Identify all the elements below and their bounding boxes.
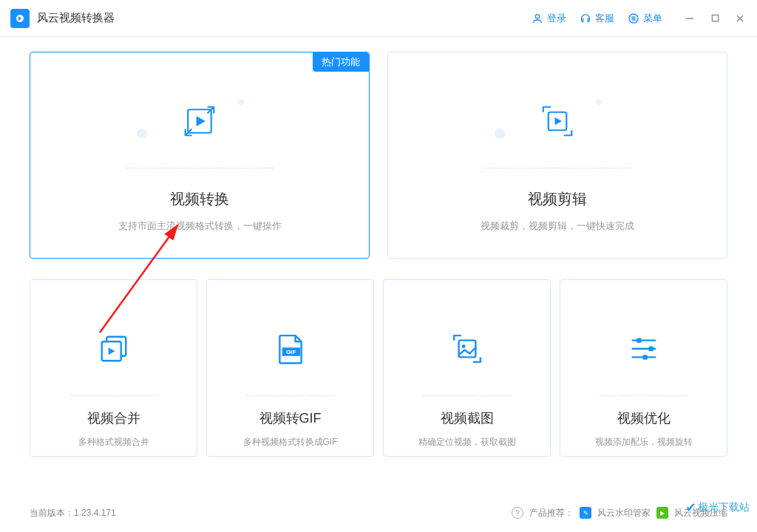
- svg-rect-25: [648, 347, 654, 352]
- recommend-link-2[interactable]: 风云视频压缩: [674, 507, 727, 519]
- card-title: 视频优化: [617, 409, 671, 427]
- menu-button[interactable]: 菜单: [628, 12, 662, 25]
- card-desc: 多种视频格式转换成GIF: [243, 436, 338, 449]
- version-value: 1.23.4.171: [74, 508, 116, 518]
- login-button[interactable]: 登录: [532, 12, 566, 25]
- svg-rect-6: [712, 15, 718, 21]
- card-title: 视频合并: [87, 409, 140, 427]
- support-button[interactable]: 客服: [580, 12, 614, 25]
- convert-icon: [179, 100, 220, 142]
- close-button[interactable]: [733, 12, 747, 25]
- card-desc: 视频添加配乐，视频旋转: [595, 436, 693, 449]
- svg-rect-20: [458, 341, 475, 358]
- card-title: 视频剪辑: [528, 189, 587, 209]
- rec2-icon: ▶: [656, 507, 668, 519]
- card-desc: 多种格式视频合并: [78, 436, 149, 449]
- titlebar: 风云视频转换器 登录 客服 菜单: [0, 0, 757, 37]
- login-label: 登录: [547, 12, 566, 25]
- card-title: 视频转GIF: [259, 409, 322, 427]
- rec1-icon: ✎: [580, 507, 591, 519]
- card-video-screenshot[interactable]: 视频截图 精确定位视频，获取截图: [383, 279, 551, 457]
- footer: 当前版本： 1.23.4.171 ? 产品推荐： ✎ 风云水印管家 ▶ 风云视频…: [0, 502, 757, 523]
- card-video-edit[interactable]: 视频剪辑 视频裁剪，视频剪辑，一键快速完成: [387, 52, 727, 259]
- svg-rect-23: [637, 338, 642, 343]
- card-desc: 视频裁剪，视频剪辑，一键快速完成: [481, 219, 634, 233]
- card-video-convert[interactable]: 热门功能 视频转换 支持市面主流视频格式转换，一键操作: [30, 52, 370, 259]
- menu-label: 菜单: [643, 12, 662, 25]
- minimize-button[interactable]: [683, 12, 696, 25]
- svg-point-0: [535, 14, 539, 18]
- svg-text:GIF: GIF: [286, 349, 296, 355]
- main-content: 热门功能 视频转换 支持市面主流视频格式转换，一键操作: [0, 37, 757, 457]
- app-title: 风云视频转换器: [37, 11, 115, 25]
- help-icon[interactable]: ?: [512, 507, 523, 519]
- svg-point-21: [461, 344, 465, 348]
- card-title: 视频转换: [170, 189, 229, 209]
- card-video-merge[interactable]: 视频合并 多种格式视频合并: [30, 279, 197, 457]
- sliders-icon: [625, 330, 663, 368]
- divider: [126, 168, 274, 168]
- card-video-gif[interactable]: GIF 视频转GIF 多种视频格式转换成GIF: [206, 279, 374, 457]
- menu-icon: [628, 13, 639, 24]
- user-icon: [532, 13, 543, 24]
- hot-badge: 热门功能: [313, 52, 369, 72]
- recommend-link-1[interactable]: 风云水印管家: [597, 507, 651, 519]
- svg-rect-27: [642, 355, 648, 360]
- edit-icon: [537, 100, 578, 142]
- maximize-button[interactable]: [708, 12, 722, 25]
- svg-marker-14: [555, 117, 563, 126]
- recommend-label: 产品推荐：: [529, 507, 574, 519]
- gif-icon: GIF: [271, 330, 310, 368]
- card-desc: 支持市面主流视频格式转换，一键操作: [118, 219, 282, 233]
- divider: [483, 168, 631, 168]
- card-video-optimize[interactable]: 视频优化 视频添加配乐，视频旋转: [560, 279, 727, 457]
- headset-icon: [580, 13, 591, 24]
- merge-icon: [95, 330, 133, 368]
- card-desc: 精确定位视频，获取截图: [418, 436, 516, 449]
- app-logo-icon: [10, 9, 30, 28]
- screenshot-icon: [448, 330, 486, 368]
- svg-marker-12: [197, 116, 206, 126]
- version-label: 当前版本：: [30, 507, 74, 519]
- support-label: 客服: [595, 12, 614, 25]
- card-title: 视频截图: [441, 409, 494, 427]
